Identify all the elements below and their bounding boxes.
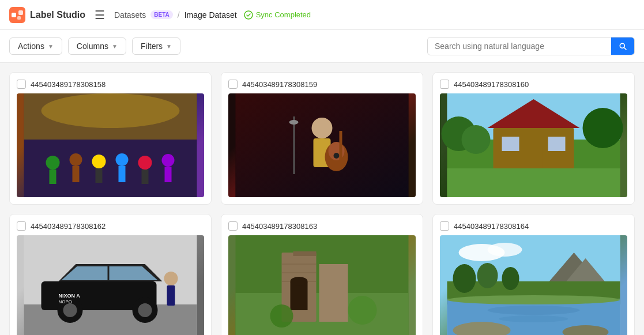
svg-rect-11: [73, 166, 80, 182]
svg-rect-59: [293, 251, 317, 256]
svg-point-75: [453, 264, 476, 293]
filters-button[interactable]: Filters ▼: [132, 37, 180, 55]
breadcrumb-current: Image Dataset: [184, 10, 237, 20]
image-card[interactable]: 445403489178308162 NIXON A NOPO: [9, 214, 212, 335]
hamburger-menu[interactable]: ☰: [92, 6, 107, 24]
svg-rect-1: [12, 13, 16, 17]
card-checkbox[interactable]: [17, 221, 26, 231]
image-grid: 445403489178308158 445403489178308159: [0, 63, 644, 335]
image-card[interactable]: 445403489178308159: [221, 72, 423, 205]
svg-rect-9: [50, 170, 57, 184]
card-id: 445403489178308162: [31, 222, 106, 231]
breadcrumb-datasets[interactable]: Datasets: [114, 10, 146, 20]
card-id: 445403489178308164: [454, 222, 529, 231]
search-bar: [427, 37, 635, 55]
svg-point-81: [447, 295, 620, 304]
logo: Label Studio: [9, 7, 85, 23]
search-button[interactable]: [611, 37, 634, 55]
card-checkbox[interactable]: [228, 80, 238, 89]
svg-point-71: [488, 243, 522, 257]
card-id: 445403489178308160: [454, 80, 529, 89]
actions-chevron-icon: ▼: [48, 43, 54, 50]
svg-rect-2: [18, 10, 23, 15]
svg-point-14: [116, 153, 129, 166]
card-checkbox[interactable]: [440, 221, 449, 231]
search-icon: [618, 42, 627, 51]
card-image[interactable]: [440, 93, 627, 197]
svg-rect-13: [96, 168, 103, 183]
columns-label: Columns: [77, 42, 108, 51]
image-card[interactable]: 445403489178308158: [9, 72, 212, 205]
toolbar: Actions ▼ Columns ▼ Filters ▼: [0, 30, 644, 63]
svg-rect-19: [165, 167, 172, 182]
card-id: 445403489178308163: [242, 222, 317, 231]
card-header: 445403489178308162: [17, 221, 204, 231]
svg-point-22: [312, 118, 333, 138]
svg-point-16: [138, 156, 152, 170]
svg-rect-38: [548, 137, 566, 151]
search-input[interactable]: [428, 37, 611, 55]
card-image[interactable]: [228, 235, 416, 335]
sync-status: Sync Completed: [244, 10, 311, 20]
svg-point-33: [583, 108, 623, 148]
columns-button[interactable]: Columns ▼: [68, 37, 126, 55]
card-image[interactable]: [228, 93, 416, 197]
svg-point-34: [462, 125, 491, 154]
svg-point-66: [270, 304, 293, 328]
svg-rect-15: [119, 166, 126, 182]
card-header: 445403489178308164: [440, 221, 627, 231]
svg-rect-17: [142, 170, 149, 184]
image-card[interactable]: 445403489178308164: [432, 214, 635, 335]
sync-status-text: Sync Completed: [256, 10, 311, 19]
breadcrumb-separator: /: [178, 10, 180, 20]
svg-text:NOPO: NOPO: [59, 299, 73, 304]
svg-point-50: [138, 303, 152, 317]
card-image[interactable]: NIXON A NOPO: [17, 235, 204, 335]
card-header: 445403489178308163: [228, 221, 416, 231]
card-image[interactable]: [440, 235, 627, 335]
svg-rect-58: [319, 264, 348, 322]
app-header: Label Studio ☰ Datasets BETA / Image Dat…: [0, 0, 644, 30]
sync-icon: [244, 10, 253, 20]
logo-icon: [9, 7, 25, 23]
card-image[interactable]: [17, 93, 204, 197]
svg-point-79: [488, 306, 580, 315]
actions-label: Actions: [18, 42, 44, 51]
svg-point-53: [164, 272, 178, 285]
svg-rect-3: [17, 16, 21, 20]
breadcrumb: Datasets BETA / Image Dataset: [114, 10, 237, 20]
card-id: 445403489178308159: [242, 80, 317, 89]
image-card[interactable]: 445403489178308160: [432, 72, 635, 205]
svg-point-67: [348, 296, 377, 325]
card-header: 445403489178308159: [228, 80, 416, 89]
columns-chevron-icon: ▼: [112, 43, 118, 50]
svg-point-18: [162, 154, 175, 167]
filters-label: Filters: [141, 42, 163, 51]
card-id: 445403489178308158: [31, 80, 106, 89]
actions-button[interactable]: Actions ▼: [9, 37, 62, 55]
svg-rect-54: [167, 285, 175, 306]
svg-point-10: [70, 153, 82, 166]
svg-point-8: [46, 156, 60, 170]
card-header: 445403489178308160: [440, 80, 627, 89]
svg-rect-37: [502, 137, 519, 151]
svg-point-80: [499, 315, 568, 322]
filters-chevron-icon: ▼: [166, 43, 172, 50]
svg-point-61: [291, 277, 308, 286]
svg-rect-28: [293, 116, 295, 174]
card-checkbox[interactable]: [17, 80, 26, 89]
svg-point-76: [477, 263, 498, 288]
svg-text:NIXON A: NIXON A: [59, 293, 81, 299]
card-checkbox[interactable]: [440, 80, 449, 89]
svg-rect-40: [447, 168, 620, 197]
svg-point-12: [92, 155, 106, 168]
card-header: 445403489178308158: [17, 80, 204, 89]
svg-point-7: [42, 93, 180, 128]
svg-point-29: [289, 120, 299, 125]
image-card[interactable]: 445403489178308163: [221, 214, 423, 335]
card-checkbox[interactable]: [228, 221, 238, 231]
svg-rect-27: [340, 131, 342, 160]
svg-point-48: [63, 303, 77, 317]
svg-point-26: [334, 153, 340, 159]
breadcrumb-beta-badge: BETA: [150, 10, 172, 19]
